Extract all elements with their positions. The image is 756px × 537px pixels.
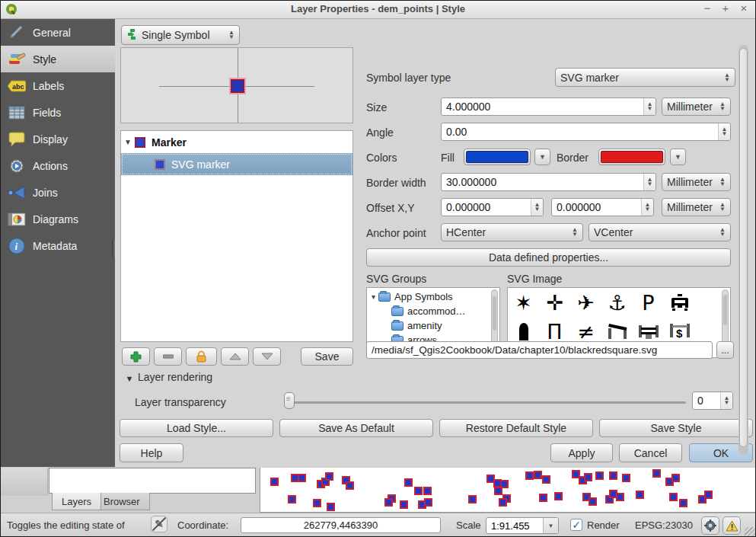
svg-group-item[interactable]: amenity [370,318,499,333]
border-color-dropdown[interactable]: ▼ [670,149,686,165]
svg-path-input[interactable]: /media/sf_Qgis2Cookbook/Data/chapter10/b… [366,341,713,359]
offset-unit-combo[interactable]: Millimeter▲▼ [662,198,731,216]
tree-row-svg-marker[interactable]: SVG marker [121,153,352,175]
transparency-slider-handle[interactable] [284,392,295,409]
sidebar-item-actions[interactable]: Actions [1,152,115,179]
arrow-down-icon [261,353,273,360]
airplane-icon[interactable]: ✈ [570,288,601,317]
taxi-icon[interactable] [664,288,695,317]
speech-bubble-icon [8,130,26,149]
symbol-preview [120,47,353,123]
sidebar-item-joins[interactable]: Joins [1,179,115,206]
offset-x-input[interactable]: 0.000000▲▼ [441,198,544,216]
map-point-marker [584,473,592,481]
help-button[interactable]: Help [120,443,183,462]
sidebar-item-diagrams[interactable]: Diagrams [1,206,115,232]
qgis-layer-properties-window: Layer Properties - dem_points | Style − … [0,0,756,537]
svg-group-label: amenity [407,320,442,331]
harbour-icon[interactable]: ⚓ [601,288,633,317]
folder-icon [378,292,391,302]
layer-transparency-label: Layer transparency [135,396,226,408]
size-input[interactable]: 4.000000▲▼ [441,97,656,116]
tree-child-label: SVG marker [171,158,230,171]
transparency-value-input[interactable]: 0▲▼ [692,392,733,410]
map-point-marker [325,472,333,481]
crs-transform-icon[interactable] [701,516,719,535]
tree-row-marker[interactable]: ▼ Marker [121,131,352,153]
sidebar-item-label: Diagrams [33,213,78,225]
maximize-button[interactable]: + [717,2,734,14]
add-symbol-layer-button[interactable] [122,347,150,366]
layer-rendering-caret-icon[interactable]: ▼ [123,374,136,383]
arrow-up-icon [229,353,241,360]
toggle-editing-icon[interactable]: ✎ [151,516,167,532]
size-unit-combo[interactable]: Millimeter▲▼ [662,97,731,116]
expand-caret-icon[interactable]: ▾ [372,292,375,301]
symbol-layer-type-combo[interactable]: SVG marker▲▼ [555,68,735,87]
map-point-marker [616,493,624,501]
render-checkbox[interactable]: ✓ [570,519,582,531]
svg-text:$: $ [676,327,683,340]
cancel-button[interactable]: Cancel [619,443,682,462]
map-point-marker [525,471,534,480]
fill-label: Fill [441,152,455,164]
load-style-button[interactable]: Load Style... [120,419,273,437]
layer-properties-dialog: GeneralStyleabcLabelsFieldsDisplayAction… [1,19,756,467]
save-symbol-button[interactable]: Save [301,347,353,366]
resize-grip[interactable] [745,527,755,537]
star-burst-icon[interactable]: ✶ [508,288,539,317]
anchor-h-combo[interactable]: HCenter▲▼ [441,223,583,241]
collapse-caret-icon[interactable]: ▼ [121,138,135,146]
symbology-mode-combo[interactable]: Single Symbol ▲▼ [121,25,240,45]
border-color-button[interactable] [598,149,665,165]
map-point-marker [622,474,630,482]
sidebar-item-general[interactable]: General [1,19,115,46]
dialog-scrollbar[interactable] [738,45,748,455]
apply-button[interactable]: Apply [550,443,613,462]
browse-svg-button[interactable]: ... [716,341,734,359]
messages-warning-icon[interactable] [723,516,741,535]
lock-layer-button[interactable] [186,347,217,366]
sidebar-item-display[interactable]: Display [1,126,115,152]
coordinate-input[interactable]: 262779,4463390 [241,517,441,533]
data-defined-properties-button[interactable]: Data defined properties... [366,248,731,267]
render-label: Render [587,519,620,531]
folder-icon [391,307,404,316]
fill-color-button[interactable] [464,149,531,165]
remove-symbol-layer-button[interactable] [154,347,182,366]
tab-browser[interactable]: Browser [94,493,150,510]
save-style-button[interactable]: Save Style ▼ [599,419,753,437]
parking-icon[interactable]: P [633,288,664,317]
map-point-marker [404,478,413,487]
fill-color-dropdown[interactable]: ▼ [534,149,550,165]
splitter-handle[interactable] [112,240,115,257]
border-width-unit-combo[interactable]: Millimeter▲▼ [662,173,731,191]
map-point-marker [679,499,687,507]
map-point-marker [669,493,678,501]
transparency-slider-track[interactable] [286,401,686,404]
lock-icon [196,350,207,363]
sidebar-item-label: Metadata [33,240,77,252]
star-thin-icon[interactable]: ✛ [539,288,570,317]
svg-group-item[interactable]: ▾App Symbols [370,289,499,304]
sidebar-item-labels[interactable]: abcLabels [1,72,115,99]
angle-input[interactable]: 0.00▲▼ [441,123,731,141]
restore-default-style-button[interactable]: Restore Default Style [439,419,593,437]
sidebar-item-label: General [33,27,71,39]
scale-combo[interactable]: 1:91.455 ▼ [486,517,559,534]
anchor-v-combo[interactable]: VCenter▲▼ [589,223,731,241]
map-canvas[interactable] [260,468,756,513]
move-layer-up-button[interactable] [221,347,249,366]
tab-layers[interactable]: Layers [52,493,101,510]
join-arrow-icon [8,184,26,202]
border-width-input[interactable]: 30.000000▲▼ [441,173,656,191]
save-as-default-button[interactable]: Save As Default [279,419,433,437]
close-button[interactable]: × [735,2,752,14]
sidebar-item-style[interactable]: Style [1,46,115,72]
move-layer-down-button[interactable] [253,347,281,366]
sidebar-item-metadata[interactable]: iMetadata [1,232,115,259]
svg-group-item[interactable]: accommod… [370,304,499,318]
sidebar-item-fields[interactable]: Fields [1,99,115,126]
offset-y-input[interactable]: 0.000000▲▼ [551,198,654,216]
minimize-button[interactable]: − [699,2,716,14]
